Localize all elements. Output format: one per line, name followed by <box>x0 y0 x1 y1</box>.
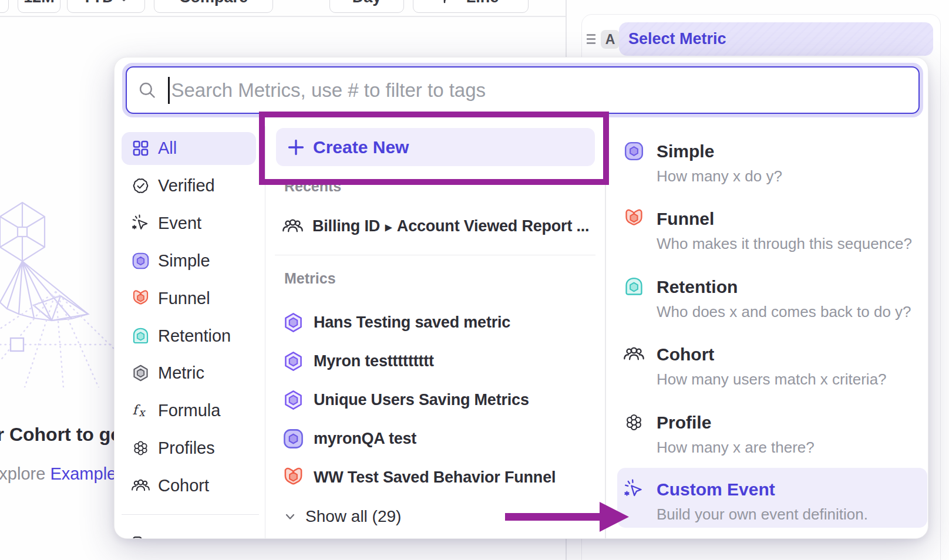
metric-list-item[interactable]: myronQA test <box>282 425 416 453</box>
show-all-toggle[interactable]: Show all (29) <box>284 505 401 528</box>
search-focus-ring: Search Metrics, use # to filter to tags <box>122 63 923 117</box>
saved-metric-hexagon-icon <box>282 389 305 411</box>
type-title: Retention <box>657 277 738 297</box>
type-description: How many x do y? <box>657 167 782 185</box>
toolbar-button-day[interactable]: Day <box>329 0 404 13</box>
metric-list-item[interactable]: Unique Users Saving Metrics <box>282 386 529 414</box>
sidebar-item-label: Profiles <box>158 438 215 458</box>
sidebar-item-profiles[interactable]: Profiles <box>122 432 256 465</box>
sidebar-item-verified[interactable]: Verified <box>122 169 256 202</box>
cohort-people-icon <box>282 215 304 237</box>
toolbar-button-line[interactable]: Line <box>413 0 529 13</box>
grid-icon <box>131 139 150 158</box>
simple-metric-icon <box>282 427 305 450</box>
type-description: How many users match x criteria? <box>657 370 887 389</box>
metric-list-item[interactable]: WW Test Saved Behavior Funnel <box>282 464 556 492</box>
toolbar-button-label: YTD <box>82 0 114 6</box>
drag-handle-icon[interactable] <box>587 33 596 45</box>
verified-seal-icon <box>131 176 150 195</box>
metric-item-label: myronQA test <box>314 430 416 448</box>
annotation-arrow <box>505 499 630 534</box>
metric-hexagon-icon <box>131 363 150 383</box>
show-all-label: Show all (29) <box>305 507 401 526</box>
metric-list-item[interactable]: Hans Testing saved metric <box>282 309 510 337</box>
column-divider-right <box>605 126 606 538</box>
toolbar-button-ytd[interactable]: YTD <box>67 0 145 13</box>
chevron-down-icon <box>117 0 130 5</box>
retention-metric-icon <box>623 276 645 298</box>
type-description: Who does x and comes back to do y? <box>657 303 911 321</box>
metric-item-label: Unique Users Saving Metrics <box>314 391 529 409</box>
subline-text: Explore <box>0 464 50 483</box>
metric-list-item[interactable]: Myron testtttttttt <box>282 347 434 375</box>
recent-item-label: Billing ID▸Account Viewed Report ... <box>312 217 589 235</box>
toolbar-button-12m[interactable]: 12M <box>18 0 60 13</box>
toolbar-button-label: 12M <box>23 0 55 6</box>
recent-item[interactable]: Billing ID▸Account Viewed Report ... <box>282 212 589 240</box>
sidebar-item-label: Metric <box>158 363 204 383</box>
simple-metric-icon <box>131 251 150 271</box>
funnel-metric-icon <box>623 208 645 230</box>
annotation-highlight-rectangle <box>259 112 609 185</box>
sidebar-item-label: Simple <box>158 251 210 271</box>
select-metric-label: Select Metric <box>628 30 726 48</box>
type-description: How many x are there? <box>657 438 815 457</box>
sidebar-item-cohort[interactable]: Cohort <box>122 470 256 502</box>
sidebar-item-all[interactable]: All <box>122 132 256 165</box>
saved-metric-hexagon-icon <box>282 311 305 334</box>
metric-item-label: Myron testtttttttt <box>314 352 434 370</box>
search-icon <box>137 80 157 100</box>
type-title: Simple <box>657 141 714 161</box>
metric-item-label: WW Test Saved Behavior Funnel <box>314 468 556 487</box>
decorative-wireframe <box>0 194 117 387</box>
sidebar-item-funnel[interactable]: Funnel <box>122 282 256 315</box>
formula-fx-icon: fx <box>131 401 150 420</box>
cohort-people-icon <box>623 343 645 365</box>
sidebar-item-simple[interactable]: Simple <box>122 244 256 277</box>
sidebar-item-label: Funnel <box>158 289 210 308</box>
sidebar-item-metric[interactable]: Metric <box>122 357 256 390</box>
recents-divider <box>275 255 595 256</box>
svg-text:x: x <box>139 406 146 419</box>
sidebar-item-label: Verified <box>158 176 215 195</box>
metrics-heading: Metrics <box>284 270 336 287</box>
search-placeholder: Search Metrics, use # to filter to tags <box>171 79 486 102</box>
toolbar-button-label: Line <box>466 0 499 6</box>
simple-metric-icon <box>623 140 645 162</box>
type-option-custom-event[interactable]: Custom Event Build your own event defini… <box>617 468 927 528</box>
toolbar-button-compare[interactable]: Compare <box>154 0 273 13</box>
sidebar-item-formula[interactable]: fx Formula <box>122 394 256 427</box>
select-metric-pill[interactable]: Select Metric <box>619 22 933 56</box>
retention-metric-icon <box>131 326 150 346</box>
sidebar-item-retention[interactable]: Retention <box>122 319 256 352</box>
chevron-down-icon <box>284 511 296 522</box>
profiles-flower-icon <box>623 411 645 433</box>
profiles-flower-icon <box>131 438 150 458</box>
query-row-letter: A <box>601 30 620 49</box>
breadcrumb-arrow: ▸ <box>380 220 397 234</box>
text-caret <box>168 77 170 104</box>
toolbar-button-fragment[interactable] <box>0 0 9 13</box>
line-chart-icon <box>443 0 460 6</box>
toolbar-button-label: Compare <box>179 0 248 6</box>
tag-icon <box>131 535 150 539</box>
event-cursor-icon <box>131 214 150 233</box>
sidebar-item-label: Retention <box>158 326 231 346</box>
sidebar-item-label: Event <box>158 214 201 233</box>
toolbar-button-label: Day <box>352 0 382 6</box>
sidebar-item-label: All <box>158 139 177 158</box>
type-description: Build your own event definition. <box>657 505 868 524</box>
screen: 12M YTD Compare Day Line or Cohort to ge… <box>0 0 949 560</box>
toolbar-divider <box>0 16 566 17</box>
column-divider-left <box>265 126 266 538</box>
sidebar-item-label: Formula <box>158 401 220 420</box>
sidebar-item-partial[interactable]: Test <box>122 528 256 539</box>
search-input[interactable]: Search Metrics, use # to filter to tags <box>126 66 920 114</box>
type-title: Profile <box>657 413 711 433</box>
saved-metric-hexagon-icon <box>282 350 305 373</box>
metric-item-label: Hans Testing saved metric <box>314 313 510 332</box>
sidebar-item-event[interactable]: Event <box>122 207 256 239</box>
funnel-metric-icon <box>131 289 150 308</box>
cohort-people-icon <box>131 476 150 495</box>
type-title: Cohort <box>657 345 714 365</box>
